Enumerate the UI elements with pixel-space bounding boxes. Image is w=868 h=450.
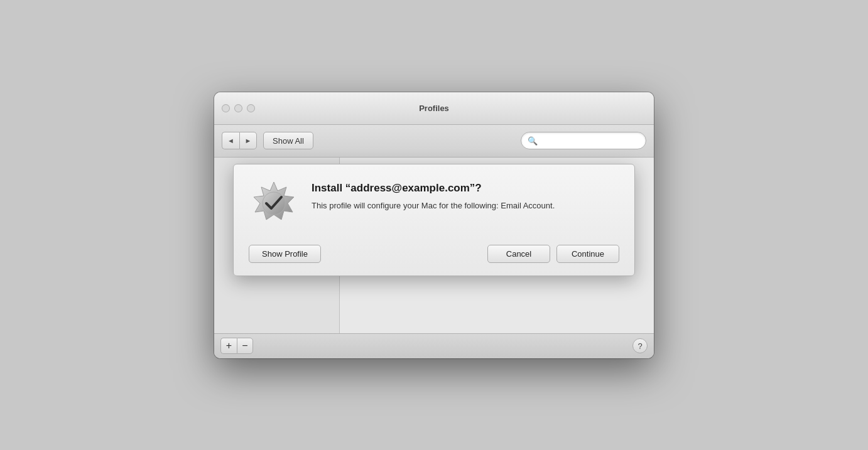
dialog-header: Install “address@example.com”? This prof… [249,179,619,230]
show-profile-button[interactable]: Show Profile [249,245,321,263]
toolbar: ◄ ► Show All 🔍 [214,125,654,158]
titlebar: Profiles [214,92,654,125]
search-icon: 🔍 [528,136,538,146]
add-profile-button[interactable]: + [220,338,237,354]
search-input[interactable] [540,136,639,145]
dialog-right-buttons: Cancel Continue [487,245,619,263]
dialog-overlay: Install “address@example.com”? This prof… [214,158,654,333]
dialog-description: This profile will configure your Mac for… [312,200,619,212]
search-box[interactable]: 🔍 [521,132,646,149]
continue-button[interactable]: Continue [556,245,619,263]
minimize-button[interactable] [234,104,242,112]
cancel-button[interactable]: Cancel [487,245,550,263]
traffic-lights [222,104,255,112]
remove-profile-button[interactable]: − [237,338,253,354]
window-title: Profiles [419,104,449,113]
forward-button[interactable]: ► [239,132,257,149]
main-content: Install “address@example.com”? This prof… [214,158,654,333]
show-all-button[interactable]: Show All [263,132,313,149]
dialog-text: Install “address@example.com”? This prof… [312,179,619,212]
profile-icon [249,179,299,230]
dialog-buttons: Show Profile Cancel Continue [249,245,619,263]
maximize-button[interactable] [247,104,255,112]
dialog-title: Install “address@example.com”? [312,182,619,195]
back-button[interactable]: ◄ [222,132,239,149]
close-button[interactable] [222,104,230,112]
nav-buttons: ◄ ► [222,132,257,149]
main-window: Profiles ◄ ► Show All 🔍 [214,92,654,358]
install-dialog: Install “address@example.com”? This prof… [233,164,635,276]
dialog-left-buttons: Show Profile [249,245,321,263]
bottom-left-buttons: + − [220,338,253,354]
help-button[interactable]: ? [632,338,648,353]
bottom-bar: + − ? [214,333,654,358]
